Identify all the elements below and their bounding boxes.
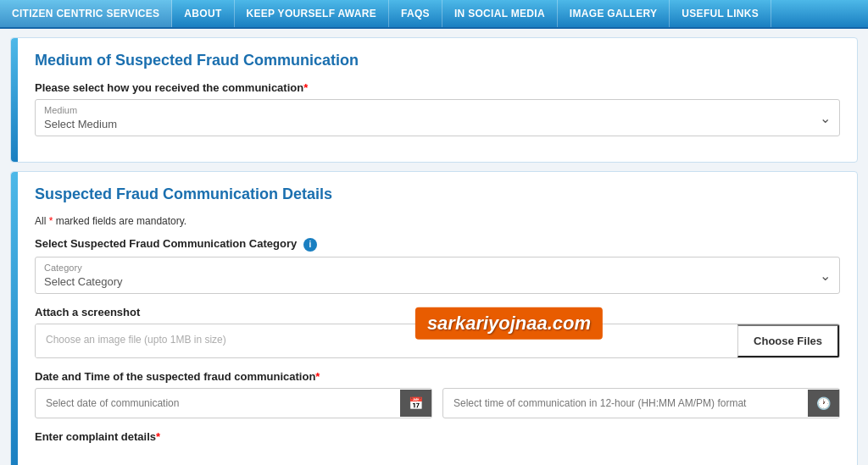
complaint-field: Enter complaint details* [35,430,840,443]
file-input-wrapper: Choose an image file (upto 1MB in size) … [35,324,840,358]
complaint-label: Enter complaint details* [35,430,840,443]
medium-select-value: Select Medium [44,118,117,130]
category-select[interactable]: Category Select Category ⌄ [35,257,840,294]
nav-social-media[interactable]: In Social Media [442,0,558,27]
fraud-details-section-card: sarkariyojnaa.com Suspected Fraud Commun… [10,171,858,465]
category-field: Select Suspected Fraud Communication Cat… [35,237,840,294]
screenshot-field: Attach a screenshot Choose an image file… [35,306,840,358]
mandatory-note: All * marked fields are mandatory. [35,215,840,227]
category-select-placeholder: Category [44,263,809,273]
medium-field: Please select how you received the commu… [35,81,840,136]
nav-keep-aware[interactable]: Keep Yourself Aware [235,0,390,27]
time-field: 🕐 [442,388,840,418]
fraud-details-title: Suspected Fraud Communication Details [35,185,840,203]
navigation: Citizen Centric Services About Keep Your… [0,0,868,29]
datetime-row: 📅 🕐 [35,388,840,418]
choose-files-button[interactable]: Choose Files [737,324,839,357]
nav-useful-links[interactable]: Useful Links [670,0,771,27]
medium-section-title: Medium of Suspected Fraud Communication [35,52,840,69]
medium-chevron-icon: ⌄ [820,110,831,126]
date-input[interactable] [36,389,400,418]
nav-image-gallery[interactable]: Image Gallery [558,0,670,27]
category-select-value: Select Category [44,275,123,288]
category-chevron-icon: ⌄ [820,267,831,283]
datetime-label: Date and Time of the suspected fraud com… [35,370,840,383]
category-info-icon[interactable]: i [303,238,317,252]
datetime-field: Date and Time of the suspected fraud com… [35,370,840,418]
time-input[interactable] [443,389,808,418]
medium-select-placeholder: Medium [44,105,809,115]
nav-citizen-centric[interactable]: Citizen Centric Services [0,0,172,27]
main-content: Medium of Suspected Fraud Communication … [0,29,868,465]
category-field-label: Select Suspected Fraud Communication Cat… [35,237,840,252]
medium-required-star: * [303,81,308,94]
file-input-placeholder: Choose an image file (upto 1MB in size) [36,324,737,357]
screenshot-label: Attach a screenshot [35,306,840,318]
nav-about[interactable]: About [172,0,234,27]
date-field: 📅 [35,388,432,418]
medium-field-label: Please select how you received the commu… [35,81,840,94]
medium-section-card: Medium of Suspected Fraud Communication … [10,37,858,163]
calendar-icon[interactable]: 📅 [400,390,431,417]
medium-select[interactable]: Medium Select Medium ⌄ [35,99,840,136]
clock-icon[interactable]: 🕐 [808,390,839,417]
nav-faqs[interactable]: FAQs [389,0,442,27]
